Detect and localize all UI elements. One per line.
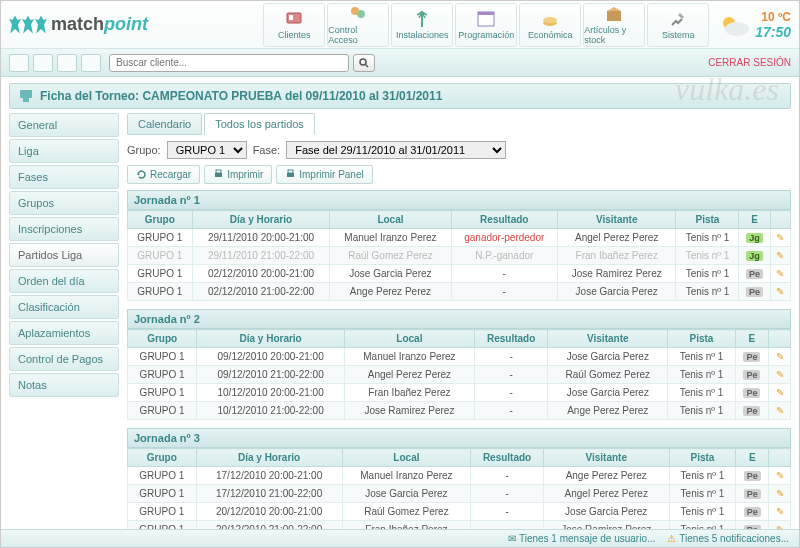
cell-datetime: 29/11/2010 21:00-22:00 — [192, 247, 330, 265]
sidebar-item-general[interactable]: General — [9, 113, 119, 137]
cell-edit[interactable]: ✎ — [769, 402, 791, 420]
trophy-icon — [18, 89, 34, 103]
cell-edit[interactable]: ✎ — [769, 521, 791, 530]
cell-result: - — [471, 485, 544, 503]
svg-rect-19 — [288, 170, 293, 173]
nav-clientes[interactable]: Clientes — [263, 3, 325, 47]
col-header: Resultado — [471, 449, 544, 467]
cell-edit[interactable]: ✎ — [770, 229, 790, 247]
fase-select[interactable]: Fase del 29/11/2010 al 31/01/2011 — [286, 141, 506, 159]
sidebar-item-aplazamientos[interactable]: Aplazamientos — [9, 321, 119, 345]
cell-estado: Pe — [736, 485, 769, 503]
sidebar-item-grupos[interactable]: Grupos — [9, 191, 119, 215]
cell-pista: Tenis nº 1 — [676, 283, 739, 301]
cell-local: Jose Garcia Perez — [342, 485, 470, 503]
clientes-icon — [284, 9, 304, 29]
svg-rect-15 — [23, 98, 29, 102]
tab-calendario[interactable]: Calendario — [127, 113, 202, 135]
jornada-section: Jornada nº 3GrupoDía y HorarioLocalResul… — [127, 428, 791, 529]
cell-edit[interactable]: ✎ — [770, 265, 790, 283]
cell-edit[interactable]: ✎ — [769, 366, 791, 384]
status-badge: Pe — [744, 507, 761, 517]
cell-visitante: Ange Perez Perez — [543, 467, 669, 485]
cell-pista: Tenis nº 1 — [668, 348, 736, 366]
cell-result: - — [471, 503, 544, 521]
cell-visitante: Jose Garcia Perez — [558, 283, 676, 301]
nav-econ[interactable]: Económica — [519, 3, 581, 47]
sidebar-item-liga[interactable]: Liga — [9, 139, 119, 163]
reload-button[interactable]: Recargar — [127, 165, 200, 184]
col-header: Visitante — [558, 211, 676, 229]
nav-sistema[interactable]: Sistema — [647, 3, 709, 47]
edit-icon: ✎ — [776, 470, 784, 481]
edit-icon: ✎ — [776, 250, 784, 261]
col-header: Pista — [668, 330, 736, 348]
match-row: GRUPO 102/12/2010 20:00-21:00Jose Garcia… — [128, 265, 791, 283]
cell-result: - — [451, 283, 558, 301]
sidebar-item-partidos-liga[interactable]: Partidos Liga — [9, 243, 119, 267]
cell-edit[interactable]: ✎ — [769, 485, 791, 503]
toolbar-btn-3[interactable] — [57, 54, 77, 72]
cell-edit[interactable]: ✎ — [769, 467, 791, 485]
svg-rect-16 — [215, 173, 222, 177]
cell-edit[interactable]: ✎ — [770, 247, 790, 265]
print-panel-button[interactable]: Imprimir Panel — [276, 165, 372, 184]
nav-instal[interactable]: Instalaciones — [391, 3, 453, 47]
logo-text-1: match — [51, 14, 104, 34]
cell-visitante: Jose Ramirez Perez — [543, 521, 669, 530]
cell-pista: Tenis nº 1 — [676, 229, 739, 247]
nav-control[interactable]: Control Acceso — [327, 3, 389, 47]
col-header — [770, 211, 790, 229]
main-header: matchpoint ClientesControl AccesoInstala… — [1, 1, 799, 49]
nav-prog[interactable]: Programación — [455, 3, 517, 47]
sidebar-item-fases[interactable]: Fases — [9, 165, 119, 189]
fase-label: Fase: — [253, 144, 281, 156]
cell-estado: Pe — [735, 384, 768, 402]
toolbar-btn-4[interactable] — [81, 54, 101, 72]
matches-table: GrupoDía y HorarioLocalResultadoVisitant… — [127, 329, 791, 420]
cell-edit[interactable]: ✎ — [769, 348, 791, 366]
notifications-link[interactable]: ⚠Tienes 5 notificaciones... — [667, 533, 789, 544]
match-row: GRUPO 117/12/2010 21:00-22:00Jose Garcia… — [128, 485, 791, 503]
sidebar-item-notas[interactable]: Notas — [9, 373, 119, 397]
cell-grupo: GRUPO 1 — [128, 229, 193, 247]
cell-result: - — [471, 467, 544, 485]
cell-edit[interactable]: ✎ — [770, 283, 790, 301]
svg-point-3 — [357, 10, 365, 18]
sidebar-item-clasificación[interactable]: Clasificación — [9, 295, 119, 319]
cell-local: Angel Perez Perez — [344, 366, 474, 384]
cell-datetime: 02/12/2010 20:00-21:00 — [192, 265, 330, 283]
cell-pista: Tenis nº 1 — [668, 366, 736, 384]
cell-result: - — [474, 384, 548, 402]
cell-datetime: 10/12/2010 21:00-22:00 — [197, 402, 345, 420]
status-badge: Pe — [746, 269, 763, 279]
cell-edit[interactable]: ✎ — [769, 384, 791, 402]
svg-rect-1 — [289, 15, 293, 20]
weather-icon — [717, 11, 751, 39]
jornada-section: Jornada nº 2GrupoDía y HorarioLocalResul… — [127, 309, 791, 420]
col-header: E — [736, 449, 769, 467]
toolbar-btn-2[interactable] — [33, 54, 53, 72]
cell-edit[interactable]: ✎ — [769, 503, 791, 521]
status-badge: Pe — [743, 406, 760, 416]
search-input[interactable] — [109, 54, 349, 72]
cell-result: - — [474, 402, 548, 420]
logo: matchpoint — [9, 14, 148, 35]
messages-link[interactable]: ✉Tienes 1 mensaje de usuario... — [508, 533, 655, 544]
sidebar-item-control-de-pagos[interactable]: Control de Pagos — [9, 347, 119, 371]
nav-label: Control Acceso — [328, 25, 388, 45]
search-button[interactable] — [353, 54, 375, 72]
sidebar-item-orden-del-día[interactable]: Orden del día — [9, 269, 119, 293]
econ-icon — [540, 9, 560, 29]
nav-stock[interactable]: Artículos y stock — [583, 3, 645, 47]
cell-pista: Tenis nº 1 — [668, 384, 736, 402]
print-button[interactable]: Imprimir — [204, 165, 272, 184]
toolbar-btn-1[interactable] — [9, 54, 29, 72]
cell-datetime: 17/12/2010 21:00-22:00 — [196, 485, 342, 503]
end-session-link[interactable]: CERRAR SESIÓN — [708, 57, 791, 68]
tab-todos-los-partidos[interactable]: Todos los partidos — [204, 113, 315, 135]
grupo-select[interactable]: GRUPO 1 — [167, 141, 247, 159]
sidebar-item-inscripciones[interactable]: Inscripciones — [9, 217, 119, 241]
cell-local: Fran Ibañez Perez — [342, 521, 470, 530]
col-header: E — [735, 330, 768, 348]
